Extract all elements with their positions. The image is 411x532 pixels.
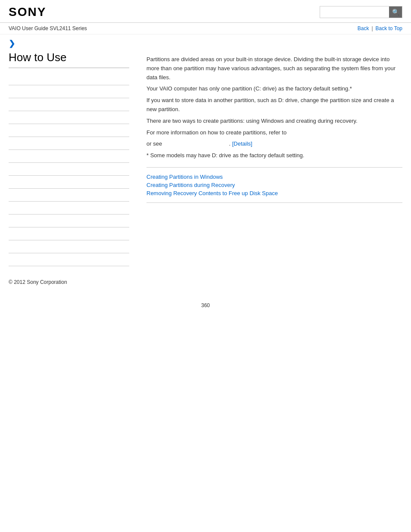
sidebar-nav-item-15[interactable] [9, 253, 129, 266]
paragraph-2: Your VAIO computer has only one partitio… [146, 84, 402, 93]
paragraph-3: If you want to store data in another par… [146, 96, 402, 114]
breadcrumb-arrow[interactable]: ❯ [9, 39, 15, 48]
sidebar-nav-item-10[interactable] [9, 189, 129, 202]
link-removing-recovery-contents[interactable]: Removing Recovery Contents to Free up Di… [146, 190, 402, 196]
search-button[interactable]: 🔍 [389, 6, 402, 18]
sidebar-nav-item-1[interactable] [9, 72, 129, 85]
sidebar-nav-item-13[interactable] [9, 227, 129, 240]
paragraph-5: For more information on how to create pa… [146, 128, 402, 137]
page-number: 360 [0, 294, 411, 317]
back-link[interactable]: Back [358, 25, 369, 31]
sidebar-nav-item-7[interactable] [9, 150, 129, 163]
link-creating-partitions-windows[interactable]: Creating Partitions in Windows [146, 174, 402, 180]
sony-logo: SONY [9, 5, 46, 19]
paragraph-6: or see . [Details] [146, 140, 402, 149]
sidebar-nav-item-3[interactable] [9, 98, 129, 111]
sidebar-nav-item-4[interactable] [9, 111, 129, 124]
search-box: 🔍 [320, 6, 402, 18]
link-creating-partitions-recovery[interactable]: Creating Partitions during Recovery [146, 182, 402, 188]
sidebar-nav-item-11[interactable] [9, 202, 129, 215]
copyright: © 2012 Sony Corporation [9, 279, 67, 285]
content-divider-top [146, 167, 402, 168]
sidebar-nav-item-2[interactable] [9, 85, 129, 98]
sub-header: VAIO User Guide SVL2411 Series Back | Ba… [0, 23, 411, 34]
paragraph-4: There are two ways to create partitions:… [146, 117, 402, 126]
header: SONY 🔍 [0, 0, 411, 23]
sidebar-nav-item-5[interactable] [9, 124, 129, 137]
sidebar-title: How to Use [9, 51, 129, 68]
pipe-separator: | [371, 25, 373, 31]
sidebar-nav-item-8[interactable] [9, 163, 129, 176]
paragraph-1: Partitions are divided areas on your bui… [146, 55, 402, 82]
sidebar-nav-item-6[interactable] [9, 137, 129, 150]
content-divider-bottom [146, 202, 402, 203]
guide-title: VAIO User Guide SVL2411 Series [9, 25, 87, 31]
main-layout: How to Use Partitions are divided areas … [0, 51, 411, 266]
sidebar-nav [9, 72, 129, 266]
content-area: Partitions are divided areas on your bui… [138, 51, 402, 266]
search-input[interactable] [320, 6, 389, 18]
sidebar-nav-item-9[interactable] [9, 176, 129, 189]
back-to-top-link[interactable]: Back to Top [376, 25, 402, 31]
breadcrumb-area: ❯ [0, 34, 411, 51]
footer: © 2012 Sony Corporation [0, 266, 411, 294]
nav-links: Back | Back to Top [358, 25, 402, 31]
content-intro: Partitions are divided areas on your bui… [146, 55, 402, 160]
footnote: * Some models may have D: drive as the f… [146, 151, 402, 160]
content-links: Creating Partitions in Windows Creating … [146, 174, 402, 196]
sidebar-nav-item-12[interactable] [9, 215, 129, 227]
sidebar-nav-item-14[interactable] [9, 240, 129, 253]
details-link[interactable]: [Details] [232, 140, 252, 147]
sidebar: How to Use [9, 51, 138, 266]
search-icon: 🔍 [392, 9, 399, 16]
